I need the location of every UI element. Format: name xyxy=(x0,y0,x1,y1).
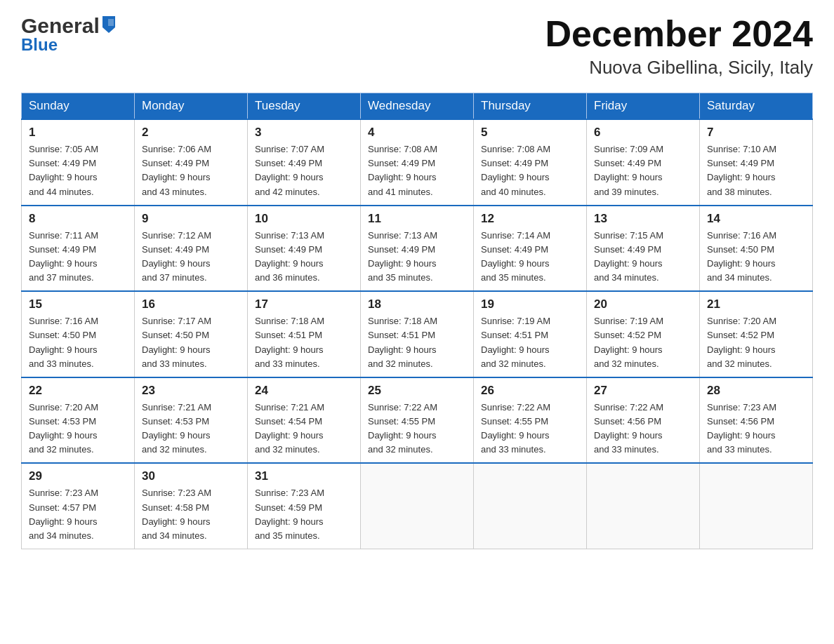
day-number: 7 xyxy=(707,126,805,140)
week-row-5: 29Sunrise: 7:23 AMSunset: 4:57 PMDayligh… xyxy=(22,463,813,549)
day-cell-21: 21Sunrise: 7:20 AMSunset: 4:52 PMDayligh… xyxy=(700,291,813,377)
day-number: 10 xyxy=(255,212,353,226)
day-cell-27: 27Sunrise: 7:22 AMSunset: 4:56 PMDayligh… xyxy=(587,377,700,464)
day-number: 30 xyxy=(142,469,240,483)
day-info: Sunrise: 7:15 AMSunset: 4:49 PMDaylight:… xyxy=(594,229,692,286)
week-row-3: 15Sunrise: 7:16 AMSunset: 4:50 PMDayligh… xyxy=(22,291,813,377)
day-info: Sunrise: 7:23 AMSunset: 4:56 PMDaylight:… xyxy=(707,401,805,457)
logo-general: General xyxy=(21,14,100,38)
day-number: 21 xyxy=(707,297,805,311)
day-number: 27 xyxy=(594,384,692,398)
day-cell-1: 1Sunrise: 7:05 AMSunset: 4:49 PMDaylight… xyxy=(22,119,135,206)
day-number: 15 xyxy=(29,297,127,311)
weekday-header-wednesday: Wednesday xyxy=(361,93,474,120)
day-cell-6: 6Sunrise: 7:09 AMSunset: 4:49 PMDaylight… xyxy=(587,119,700,206)
day-number: 24 xyxy=(255,384,353,398)
weekday-header-tuesday: Tuesday xyxy=(248,93,361,120)
week-row-2: 8Sunrise: 7:11 AMSunset: 4:49 PMDaylight… xyxy=(22,206,813,292)
day-number: 5 xyxy=(481,126,579,140)
day-info: Sunrise: 7:07 AMSunset: 4:49 PMDaylight:… xyxy=(255,142,353,199)
week-row-1: 1Sunrise: 7:05 AMSunset: 4:49 PMDaylight… xyxy=(22,119,813,206)
day-info: Sunrise: 7:13 AMSunset: 4:49 PMDaylight:… xyxy=(368,229,466,286)
day-info: Sunrise: 7:16 AMSunset: 4:50 PMDaylight:… xyxy=(707,229,805,286)
day-cell-16: 16Sunrise: 7:17 AMSunset: 4:50 PMDayligh… xyxy=(135,291,248,377)
logo-arrow-icon xyxy=(101,15,117,34)
day-info: Sunrise: 7:19 AMSunset: 4:52 PMDaylight:… xyxy=(594,314,692,371)
day-info: Sunrise: 7:05 AMSunset: 4:49 PMDaylight:… xyxy=(29,142,127,199)
month-title: December 2024 xyxy=(545,14,813,54)
day-cell-4: 4Sunrise: 7:08 AMSunset: 4:49 PMDaylight… xyxy=(361,119,474,206)
day-info: Sunrise: 7:23 AMSunset: 4:57 PMDaylight:… xyxy=(29,486,127,543)
day-number: 11 xyxy=(368,212,466,226)
day-number: 17 xyxy=(255,297,353,311)
day-cell-8: 8Sunrise: 7:11 AMSunset: 4:49 PMDaylight… xyxy=(22,206,135,292)
day-number: 12 xyxy=(481,212,579,226)
day-cell-25: 25Sunrise: 7:22 AMSunset: 4:55 PMDayligh… xyxy=(361,377,474,464)
day-number: 16 xyxy=(142,297,240,311)
day-info: Sunrise: 7:23 AMSunset: 4:58 PMDaylight:… xyxy=(142,486,240,543)
day-number: 3 xyxy=(255,126,353,140)
day-cell-13: 13Sunrise: 7:15 AMSunset: 4:49 PMDayligh… xyxy=(587,206,700,292)
day-cell-22: 22Sunrise: 7:20 AMSunset: 4:53 PMDayligh… xyxy=(22,377,135,464)
weekday-header-sunday: Sunday xyxy=(22,93,135,120)
day-cell-11: 11Sunrise: 7:13 AMSunset: 4:49 PMDayligh… xyxy=(361,206,474,292)
day-number: 1 xyxy=(29,126,127,140)
day-number: 6 xyxy=(594,126,692,140)
day-number: 29 xyxy=(29,469,127,483)
day-cell-5: 5Sunrise: 7:08 AMSunset: 4:49 PMDaylight… xyxy=(474,119,587,206)
calendar-table: SundayMondayTuesdayWednesdayThursdayFrid… xyxy=(21,93,813,549)
day-info: Sunrise: 7:13 AMSunset: 4:49 PMDaylight:… xyxy=(255,229,353,286)
day-cell-23: 23Sunrise: 7:21 AMSunset: 4:53 PMDayligh… xyxy=(135,377,248,464)
empty-cell xyxy=(474,463,587,549)
day-info: Sunrise: 7:14 AMSunset: 4:49 PMDaylight:… xyxy=(481,229,579,286)
day-info: Sunrise: 7:18 AMSunset: 4:51 PMDaylight:… xyxy=(368,314,466,371)
day-number: 18 xyxy=(368,297,466,311)
logo-blue: Blue xyxy=(21,35,58,55)
title-area: December 2024 Nuova Gibellina, Sicily, I… xyxy=(545,14,813,79)
svg-marker-1 xyxy=(108,19,114,26)
weekday-header-monday: Monday xyxy=(135,93,248,120)
day-number: 4 xyxy=(368,126,466,140)
day-number: 28 xyxy=(707,384,805,398)
day-info: Sunrise: 7:08 AMSunset: 4:49 PMDaylight:… xyxy=(481,142,579,199)
day-number: 23 xyxy=(142,384,240,398)
day-cell-30: 30Sunrise: 7:23 AMSunset: 4:58 PMDayligh… xyxy=(135,463,248,549)
day-info: Sunrise: 7:22 AMSunset: 4:55 PMDaylight:… xyxy=(481,401,579,457)
empty-cell xyxy=(361,463,474,549)
day-cell-9: 9Sunrise: 7:12 AMSunset: 4:49 PMDaylight… xyxy=(135,206,248,292)
day-number: 20 xyxy=(594,297,692,311)
day-info: Sunrise: 7:18 AMSunset: 4:51 PMDaylight:… xyxy=(255,314,353,371)
day-cell-26: 26Sunrise: 7:22 AMSunset: 4:55 PMDayligh… xyxy=(474,377,587,464)
day-cell-28: 28Sunrise: 7:23 AMSunset: 4:56 PMDayligh… xyxy=(700,377,813,464)
day-number: 8 xyxy=(29,212,127,226)
day-number: 9 xyxy=(142,212,240,226)
weekday-header-saturday: Saturday xyxy=(700,93,813,120)
empty-cell xyxy=(700,463,813,549)
day-info: Sunrise: 7:17 AMSunset: 4:50 PMDaylight:… xyxy=(142,314,240,371)
day-info: Sunrise: 7:10 AMSunset: 4:49 PMDaylight:… xyxy=(707,142,805,199)
day-info: Sunrise: 7:19 AMSunset: 4:51 PMDaylight:… xyxy=(481,314,579,371)
day-info: Sunrise: 7:09 AMSunset: 4:49 PMDaylight:… xyxy=(594,142,692,199)
day-info: Sunrise: 7:20 AMSunset: 4:53 PMDaylight:… xyxy=(29,401,127,457)
weekday-header-friday: Friday xyxy=(587,93,700,120)
weekday-header-thursday: Thursday xyxy=(474,93,587,120)
day-cell-17: 17Sunrise: 7:18 AMSunset: 4:51 PMDayligh… xyxy=(248,291,361,377)
day-number: 13 xyxy=(594,212,692,226)
day-number: 31 xyxy=(255,469,353,483)
day-info: Sunrise: 7:20 AMSunset: 4:52 PMDaylight:… xyxy=(707,314,805,371)
day-cell-14: 14Sunrise: 7:16 AMSunset: 4:50 PMDayligh… xyxy=(700,206,813,292)
day-info: Sunrise: 7:23 AMSunset: 4:59 PMDaylight:… xyxy=(255,486,353,543)
day-info: Sunrise: 7:21 AMSunset: 4:53 PMDaylight:… xyxy=(142,401,240,457)
day-info: Sunrise: 7:12 AMSunset: 4:49 PMDaylight:… xyxy=(142,229,240,286)
day-info: Sunrise: 7:06 AMSunset: 4:49 PMDaylight:… xyxy=(142,142,240,199)
day-cell-19: 19Sunrise: 7:19 AMSunset: 4:51 PMDayligh… xyxy=(474,291,587,377)
page-header: General Blue December 2024 Nuova Gibelli… xyxy=(21,14,813,79)
day-number: 2 xyxy=(142,126,240,140)
day-cell-3: 3Sunrise: 7:07 AMSunset: 4:49 PMDaylight… xyxy=(248,119,361,206)
day-cell-18: 18Sunrise: 7:18 AMSunset: 4:51 PMDayligh… xyxy=(361,291,474,377)
day-cell-7: 7Sunrise: 7:10 AMSunset: 4:49 PMDaylight… xyxy=(700,119,813,206)
day-cell-31: 31Sunrise: 7:23 AMSunset: 4:59 PMDayligh… xyxy=(248,463,361,549)
day-cell-2: 2Sunrise: 7:06 AMSunset: 4:49 PMDaylight… xyxy=(135,119,248,206)
day-info: Sunrise: 7:16 AMSunset: 4:50 PMDaylight:… xyxy=(29,314,127,371)
empty-cell xyxy=(587,463,700,549)
